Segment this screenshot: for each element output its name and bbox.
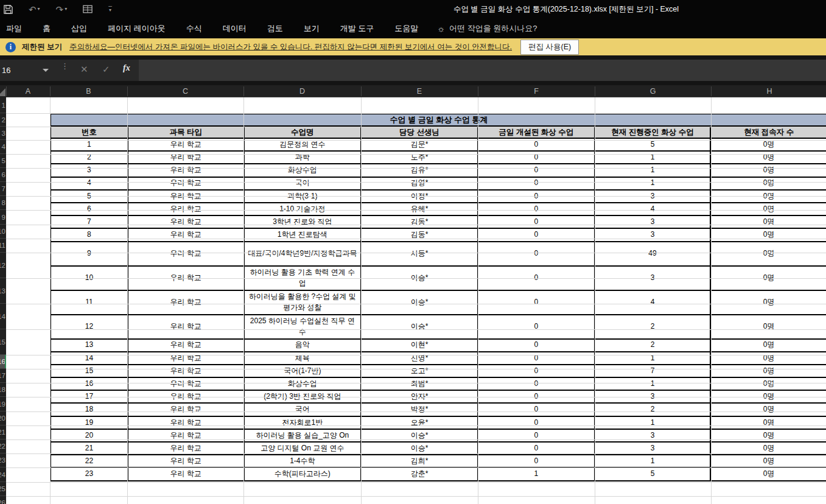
table-cell[interactable]: 22 xyxy=(51,455,128,468)
table-cell[interactable]: 0명 xyxy=(711,352,826,365)
insert-function-icon[interactable]: fx xyxy=(123,63,130,73)
enable-editing-button[interactable]: 편집 사용(E) xyxy=(520,40,579,55)
table-cell[interactable]: 국어 xyxy=(245,404,362,416)
table-cell[interactable]: 0명 xyxy=(711,365,826,378)
table-cell[interactable]: 이현* xyxy=(362,340,478,352)
table-cell[interactable]: 0 xyxy=(478,378,595,391)
table-cell[interactable]: 대표/국어/4학년9반/지정학급과목 xyxy=(245,242,362,267)
table-cell[interactable]: 0 xyxy=(478,191,595,203)
table-cell[interactable]: 3 xyxy=(51,164,128,177)
table-cell[interactable]: 0 xyxy=(478,455,595,468)
table-cell[interactable]: 7 xyxy=(595,365,712,378)
table-cell[interactable]: 과학(3-1) xyxy=(245,191,362,203)
ribbon-tab-5[interactable]: 데이터 xyxy=(212,18,257,38)
table-cell[interactable]: 우리 학교 xyxy=(128,164,245,177)
table-column-header[interactable]: 과목 타입 xyxy=(128,127,245,139)
table-cell[interactable]: 13 xyxy=(51,340,128,352)
row-header-1[interactable]: 1 xyxy=(0,97,6,113)
column-header-A[interactable]: A xyxy=(6,85,50,97)
table-cell[interactable]: 7 xyxy=(51,216,128,229)
row-header-19[interactable]: 19 xyxy=(0,397,6,411)
table-cell[interactable]: 우리 학교 xyxy=(128,216,245,229)
row-header-24[interactable]: 24 xyxy=(0,467,6,482)
table-cell[interactable]: 3학년 진로와 직업 xyxy=(245,216,362,229)
table-cell[interactable]: 우리 학교 xyxy=(128,139,245,152)
table-cell[interactable]: 수학(피타고라스) xyxy=(245,468,362,481)
row-header-26[interactable]: 26 xyxy=(0,496,6,504)
table-cell[interactable]: 우리 학교 xyxy=(128,378,245,391)
column-header-F[interactable]: F xyxy=(478,85,595,97)
name-box[interactable]: 16 xyxy=(0,60,41,81)
table-cell[interactable]: 강춘* xyxy=(362,468,478,481)
ribbon-tab-7[interactable]: 보기 xyxy=(293,18,330,38)
table-cell[interactable]: 0명 xyxy=(711,378,826,391)
table-cell[interactable]: 1 xyxy=(595,352,712,365)
row-header-15[interactable]: 15 xyxy=(0,329,6,355)
table-column-header[interactable]: 금일 개설된 화상 수업 xyxy=(478,127,595,139)
table-cell[interactable]: 2 xyxy=(595,315,712,340)
table-cell[interactable]: 최범* xyxy=(362,378,478,391)
table-cell[interactable]: 4 xyxy=(595,291,712,315)
table-cell[interactable]: 이승* xyxy=(362,430,478,443)
row-header-11[interactable]: 11 xyxy=(0,239,6,253)
table-cell[interactable]: 김희* xyxy=(362,455,478,468)
ribbon-tab-2[interactable]: 삽입 xyxy=(61,18,97,38)
table-cell[interactable]: 0명 xyxy=(711,229,826,242)
table-cell[interactable]: 하이러닝을 활용한 ?수업 설계 및 평가와 성찰 xyxy=(245,291,362,315)
table-cell[interactable]: 0명 xyxy=(711,216,826,229)
row-header-4[interactable]: 4 xyxy=(0,140,6,154)
table-cell[interactable]: 화상수업 xyxy=(245,164,362,177)
table-column-header[interactable]: 현재 접속자 수 xyxy=(711,127,826,139)
table-cell[interactable]: 0 xyxy=(478,178,595,191)
table-cell[interactable]: 우리 학교 xyxy=(128,229,245,242)
table-cell[interactable]: 20 xyxy=(51,430,128,443)
table-cell[interactable]: 0명 xyxy=(711,340,826,352)
row-header-25[interactable]: 25 xyxy=(0,482,6,496)
row-header-16[interactable]: 16 xyxy=(0,355,6,369)
table-cell[interactable]: 김문* xyxy=(362,139,478,152)
table-cell[interactable]: 국어 xyxy=(245,178,362,191)
table-cell[interactable]: 0명 xyxy=(711,315,826,340)
table-cell[interactable]: 1-4수학 xyxy=(245,455,362,468)
table-cell[interactable]: 오고* xyxy=(362,365,478,378)
table-cell[interactable]: 0 xyxy=(478,417,595,430)
column-header-E[interactable]: E xyxy=(361,85,478,97)
table-cell[interactable]: 0 xyxy=(478,291,595,315)
table-cell[interactable]: 우리 학교 xyxy=(128,340,245,352)
table-cell[interactable]: 0 xyxy=(478,139,595,152)
confirm-entry-icon[interactable]: ✓ xyxy=(102,64,110,75)
table-cell[interactable]: 우리 학교 xyxy=(128,468,245,481)
table-cell[interactable]: 5 xyxy=(595,139,712,152)
table-cell[interactable]: 우리 학교 xyxy=(128,365,245,378)
table-cell[interactable]: 5 xyxy=(595,468,712,481)
table-cell[interactable]: 2 xyxy=(595,404,712,416)
table-cell[interactable]: 23 xyxy=(51,468,128,481)
table-cell[interactable]: 우리 학교 xyxy=(128,191,245,203)
table-cell[interactable]: 0명 xyxy=(711,178,826,191)
table-cell[interactable]: 3 xyxy=(595,430,712,443)
tell-me-box[interactable]: ☼ 어떤 작업을 원하시나요? xyxy=(429,23,537,34)
table-cell[interactable]: 1 xyxy=(478,468,595,481)
table-cell[interactable]: 김유* xyxy=(362,164,478,177)
table-cell[interactable]: 0 xyxy=(478,404,595,416)
ribbon-tab-file[interactable]: 파일 xyxy=(0,18,32,38)
table-cell[interactable]: 49 xyxy=(595,242,712,267)
cancel-entry-icon[interactable]: ✕ xyxy=(80,64,88,75)
row-header-17[interactable]: 17 xyxy=(0,369,6,383)
row-header-13[interactable]: 13 xyxy=(0,278,6,304)
table-cell[interactable]: 11 xyxy=(51,291,128,315)
table-cell[interactable]: 16 xyxy=(51,378,128,391)
table-cell[interactable]: 이승* xyxy=(362,291,478,315)
row-header-23[interactable]: 23 xyxy=(0,453,6,467)
formula-bar-handle[interactable]: ⋮ xyxy=(61,65,69,68)
row-header-2[interactable]: 2 xyxy=(0,113,6,127)
table-column-header[interactable]: 수업명 xyxy=(245,127,362,139)
table-cell[interactable]: 0명 xyxy=(711,455,826,468)
table-cell[interactable]: 우리 학교 xyxy=(128,430,245,443)
ribbon-tab-6[interactable]: 검토 xyxy=(257,18,293,38)
table-cell[interactable]: 하이러닝 활용 실습_고양 On xyxy=(245,430,362,443)
table-cell[interactable]: 1 xyxy=(595,378,712,391)
table-cell[interactable]: 서동* xyxy=(362,242,478,267)
table-cell[interactable]: 0명 xyxy=(711,468,826,481)
table-cell[interactable]: 우리 학교 xyxy=(128,291,245,315)
